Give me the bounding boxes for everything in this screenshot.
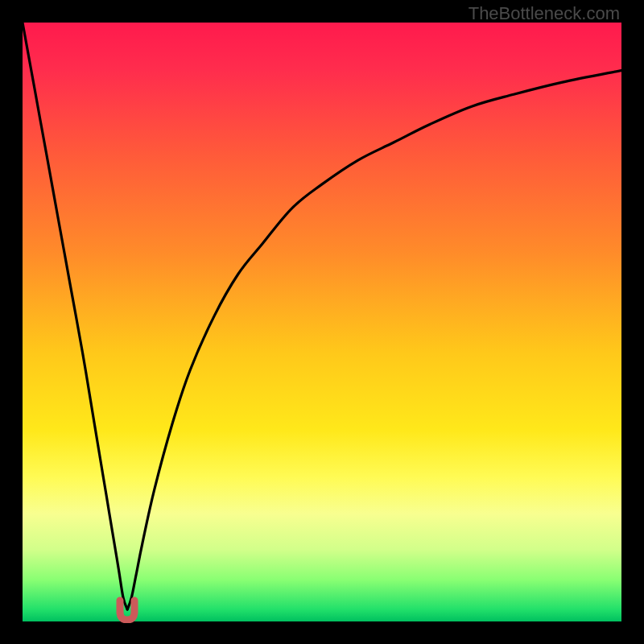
bottleneck-curve — [23, 23, 621, 621]
bottleneck-marker — [114, 596, 141, 623]
watermark-text: TheBottleneck.com — [469, 3, 620, 24]
chart-plot-area — [23, 23, 621, 621]
